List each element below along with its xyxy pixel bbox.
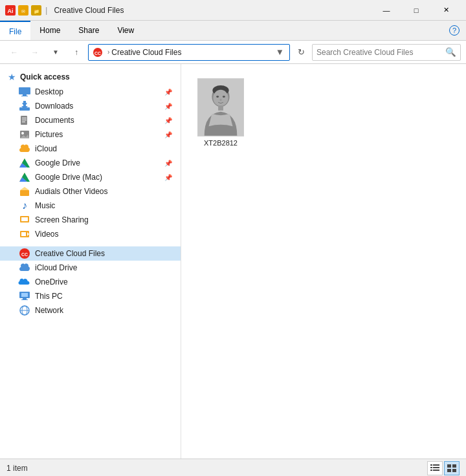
audials-label: Audials Other Videos (35, 187, 173, 196)
forward-button[interactable]: → (26, 43, 44, 61)
svg-rect-57 (430, 470, 432, 471)
sidebar-item-desktop[interactable]: Desktop 📌 (0, 85, 181, 99)
details-view-icon (430, 464, 439, 472)
sidebar-item-icloud[interactable]: iCloud (0, 142, 181, 156)
svg-point-48 (213, 90, 228, 106)
star-icon: ★ (8, 72, 16, 82)
up-button[interactable]: ↑ (67, 43, 85, 61)
svg-point-51 (220, 98, 222, 101)
sidebar-item-music[interactable]: ♪ Music (0, 199, 181, 213)
title-bar: Ai ✉ 📁 | Creative Cloud Files — □ ✕ (0, 0, 466, 21)
documents-label: Documents (35, 116, 164, 125)
sidebar-item-audials[interactable]: Audials Other Videos (0, 184, 181, 199)
svg-rect-13 (23, 101, 26, 106)
file-item-xt2b2812[interactable]: XT2B2812 (192, 74, 250, 151)
minimize-button[interactable]: — (372, 0, 401, 21)
dropdown-nav-button[interactable]: ▼ (47, 43, 65, 61)
icons-view-icon (447, 464, 456, 472)
tab-view[interactable]: View (108, 21, 143, 40)
videos-icon (18, 229, 31, 239)
maximize-button[interactable]: □ (401, 0, 431, 21)
pictures-label: Pictures (35, 130, 164, 139)
app-icon-1: Ai (5, 5, 16, 16)
tab-file[interactable]: File (0, 21, 30, 40)
svg-rect-31 (21, 217, 28, 221)
file-grid: XT2B2812 (192, 74, 456, 151)
documents-pin: 📌 (164, 116, 173, 125)
ribbon-help: ? (443, 21, 466, 40)
sidebar-divider (0, 241, 181, 246)
help-button[interactable]: ? (449, 25, 460, 36)
search-button[interactable]: 🔍 (445, 47, 456, 57)
sidebar-item-this-pc[interactable]: This PC (0, 289, 181, 303)
sidebar-item-screen-sharing[interactable]: Screen Sharing (0, 213, 181, 227)
tab-home[interactable]: Home (30, 21, 69, 40)
onedrive-icon (18, 277, 31, 287)
videos-label: Videos (35, 230, 173, 239)
search-box[interactable]: 🔍 (312, 44, 461, 61)
sidebar: ★ Quick access Desktop 📌 Downloads 📌 Doc… (0, 64, 181, 459)
path-dropdown-button[interactable]: ▼ (274, 47, 285, 57)
path-separator: › (107, 49, 109, 56)
svg-point-20 (21, 132, 24, 135)
sidebar-item-downloads[interactable]: Downloads 📌 (0, 99, 181, 113)
desktop-icon (18, 87, 31, 97)
title-separator: | (45, 5, 47, 16)
path-text: Creative Cloud Files (111, 48, 274, 57)
svg-rect-52 (218, 105, 223, 111)
svg-rect-39 (23, 298, 27, 299)
svg-rect-62 (452, 469, 456, 472)
creative-cloud-icon: CC (18, 248, 31, 259)
quick-access-header[interactable]: ★ Quick access (0, 69, 181, 85)
screen-sharing-label: Screen Sharing (35, 215, 173, 224)
title-bar-icons: Ai ✉ 📁 | (5, 5, 49, 16)
desktop-label: Desktop (35, 87, 164, 96)
sidebar-item-videos[interactable]: Videos (0, 227, 181, 241)
audials-icon (18, 186, 31, 197)
ribbon: File Home Share View ? (0, 21, 466, 41)
downloads-icon (18, 101, 31, 111)
svg-rect-18 (22, 122, 25, 122)
sidebar-item-network[interactable]: Network (0, 303, 181, 318)
sidebar-item-creative-cloud[interactable]: CC Creative Cloud Files (0, 246, 181, 261)
close-button[interactable]: ✕ (431, 0, 461, 21)
svg-rect-38 (21, 293, 28, 297)
icloud-label: iCloud (35, 144, 173, 153)
onedrive-label: OneDrive (35, 277, 173, 287)
back-button[interactable]: ← (5, 43, 23, 61)
icons-view-button[interactable] (444, 461, 460, 475)
quick-access-label: Quick access (20, 72, 70, 81)
address-bar: ← → ▼ ↑ CC › Creative Cloud Files ▼ ↻ 🔍 (0, 41, 466, 64)
svg-rect-61 (447, 469, 451, 472)
icloud-drive-label: iCloud Drive (35, 263, 173, 272)
svg-rect-33 (21, 232, 26, 236)
address-path[interactable]: CC › Creative Cloud Files ▼ (88, 44, 290, 61)
app-icon-2: ✉ (18, 5, 28, 16)
downloads-pin: 📌 (164, 102, 173, 111)
desktop-pin: 📌 (164, 87, 173, 96)
svg-rect-9 (23, 94, 27, 96)
sidebar-item-google-drive-mac[interactable]: Google Drive (Mac) 📌 (0, 170, 181, 184)
sidebar-item-icloud-drive[interactable]: iCloud Drive (0, 261, 181, 275)
screen-sharing-icon (18, 215, 31, 225)
music-icon: ♪ (18, 200, 31, 211)
tab-share[interactable]: Share (69, 21, 108, 40)
sidebar-item-pictures[interactable]: Pictures 📌 (0, 127, 181, 142)
google-drive-mac-icon (18, 172, 31, 182)
details-view-button[interactable] (427, 461, 443, 475)
content-area: XT2B2812 (181, 64, 466, 459)
svg-point-49 (216, 96, 219, 98)
window-controls: — □ ✕ (372, 0, 461, 21)
file-thumbnail (197, 78, 244, 136)
refresh-button[interactable]: ↻ (293, 44, 309, 61)
main-area: ★ Quick access Desktop 📌 Downloads 📌 Doc… (0, 64, 466, 459)
app-icon-3: 📁 (31, 5, 41, 16)
svg-rect-17 (22, 120, 27, 120)
icloud-icon (18, 144, 31, 154)
sidebar-item-documents[interactable]: Documents 📌 (0, 113, 181, 127)
file-name: XT2B2812 (204, 139, 238, 147)
search-input[interactable] (316, 48, 445, 57)
sidebar-item-onedrive[interactable]: OneDrive (0, 275, 181, 289)
sidebar-item-google-drive[interactable]: Google Drive 📌 (0, 156, 181, 170)
icloud-drive-icon (18, 263, 31, 273)
